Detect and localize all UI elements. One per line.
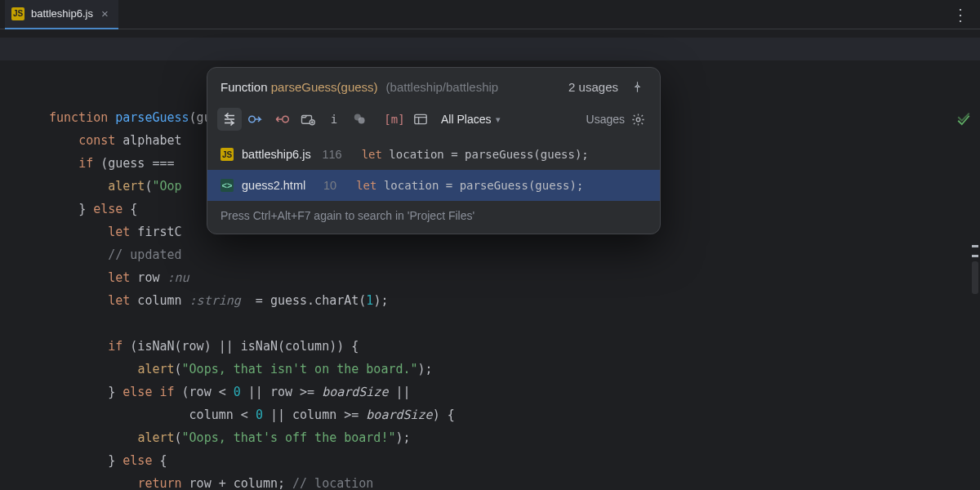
code-token: ( bbox=[175, 362, 182, 376]
usage-snippet: let location = parseGuess(guess); bbox=[356, 179, 583, 192]
code-token: column < bbox=[189, 408, 256, 422]
usage-line: 116 bbox=[319, 148, 342, 161]
gutter-mark[interactable] bbox=[972, 255, 978, 257]
code-token: (row < bbox=[175, 385, 234, 399]
js-file-icon: JS bbox=[11, 7, 24, 20]
usage-row[interactable]: JS battleship6.js 116 let location = par… bbox=[207, 139, 660, 170]
code-token: alert bbox=[137, 362, 174, 376]
code-token: || column >= bbox=[263, 408, 366, 422]
usage-row[interactable]: <> guess2.html 10 let location = parseGu… bbox=[207, 170, 660, 201]
more-actions-icon[interactable]: ⋮ bbox=[946, 7, 975, 23]
info-icon[interactable]: i bbox=[322, 108, 346, 131]
popup-hint: Press Ctrl+Alt+F7 again to search in 'Pr… bbox=[207, 201, 660, 234]
similar-usages-icon[interactable] bbox=[348, 108, 372, 131]
code-token: else bbox=[93, 202, 122, 216]
code-token: parseGuess bbox=[115, 110, 189, 125]
code-token: const bbox=[78, 133, 115, 148]
code-token: :nu bbox=[167, 270, 189, 285]
filter-read-write-icon[interactable] bbox=[217, 108, 242, 131]
filter-write-icon[interactable] bbox=[270, 108, 294, 131]
code-token: ); bbox=[418, 362, 433, 376]
code-token: "Oops, that's off the board!" bbox=[182, 430, 396, 445]
current-line-highlight bbox=[0, 38, 980, 60]
editor-tab[interactable]: JS battleship6.js × bbox=[5, 0, 118, 29]
svg-rect-6 bbox=[415, 114, 426, 123]
usages-results: JS battleship6.js 116 let location = par… bbox=[207, 139, 660, 201]
usage-snippet: let location = parseGuess(guess); bbox=[362, 148, 589, 161]
show-usages-popup: Function parseGuess(guess) (battleship/b… bbox=[207, 67, 661, 234]
code-token: // location bbox=[292, 476, 373, 490]
code-token: 0 bbox=[256, 408, 263, 422]
code-token: || bbox=[388, 385, 410, 399]
code-token: ) { bbox=[433, 408, 455, 422]
code-token: return bbox=[137, 476, 181, 490]
code-token: let bbox=[108, 225, 130, 239]
code-token: "Oops, that isn't on the board." bbox=[182, 362, 418, 376]
code-token: firstC bbox=[130, 225, 181, 239]
popup-title: Function parseGuess(guess) bbox=[220, 80, 378, 94]
code-token: // updated bbox=[108, 247, 181, 262]
code-token: else if bbox=[122, 385, 174, 399]
code-token: boardSize bbox=[366, 408, 432, 422]
code-token: let bbox=[108, 293, 130, 308]
code-token: :string bbox=[189, 293, 241, 308]
code-token: { bbox=[152, 453, 167, 468]
code-token: { bbox=[122, 202, 137, 216]
scope-selector[interactable]: All Places▾ bbox=[434, 113, 507, 126]
svg-point-0 bbox=[249, 116, 256, 122]
code-token: alphabet bbox=[115, 133, 181, 148]
usage-file: guess2.html bbox=[242, 179, 305, 192]
code-token: ( bbox=[175, 430, 182, 445]
code-token: alert bbox=[108, 179, 145, 194]
filter-read-icon[interactable] bbox=[243, 108, 268, 131]
code-token: let bbox=[108, 270, 130, 285]
code-token: } bbox=[78, 202, 93, 216]
code-token: } bbox=[108, 385, 122, 399]
svg-point-5 bbox=[359, 118, 365, 124]
svg-point-9 bbox=[636, 118, 640, 122]
code-token: ); bbox=[373, 293, 388, 308]
scrollbar-thumb[interactable] bbox=[972, 261, 978, 294]
usage-file: battleship6.js bbox=[242, 148, 311, 161]
popup-path: (battleship/battleship bbox=[386, 80, 499, 94]
js-file-icon: JS bbox=[220, 148, 234, 161]
code-token: (guess === bbox=[93, 156, 181, 171]
code-token: 0 bbox=[234, 385, 241, 399]
usages-count: 2 usages bbox=[568, 80, 618, 94]
code-token: if bbox=[78, 156, 93, 171]
usages-label: Usages bbox=[586, 113, 625, 126]
close-icon[interactable]: × bbox=[100, 6, 110, 21]
svg-point-1 bbox=[283, 116, 289, 122]
chevron-down-icon: ▾ bbox=[496, 114, 501, 125]
code-token: || row >= bbox=[241, 385, 322, 399]
html-file-icon: <> bbox=[220, 179, 234, 192]
regex-icon[interactable]: [m] bbox=[382, 108, 407, 131]
preview-icon[interactable] bbox=[408, 108, 433, 131]
code-token: ); bbox=[395, 430, 410, 445]
tab-filename: battleship6.js bbox=[31, 7, 93, 20]
code-token: else bbox=[122, 453, 152, 468]
code-token: = guess.charAt( bbox=[241, 293, 367, 308]
usage-line: 10 bbox=[314, 179, 336, 192]
code-token: if bbox=[108, 339, 122, 354]
code-token: boardSize bbox=[322, 385, 388, 399]
code-token: } bbox=[108, 453, 122, 468]
code-token: alert bbox=[137, 430, 174, 445]
code-token: function bbox=[49, 110, 108, 125]
filter-imports-icon[interactable] bbox=[296, 108, 320, 131]
gear-icon[interactable] bbox=[626, 111, 650, 128]
gutter-mark[interactable] bbox=[972, 245, 978, 247]
code-token: "Oop bbox=[152, 179, 181, 194]
code-token: row + column; bbox=[182, 476, 292, 490]
code-token: column bbox=[130, 293, 189, 308]
code-token: row bbox=[130, 270, 167, 285]
code-token: (isNaN(row) || isNaN(column)) { bbox=[122, 339, 359, 354]
pin-icon[interactable] bbox=[626, 79, 648, 95]
